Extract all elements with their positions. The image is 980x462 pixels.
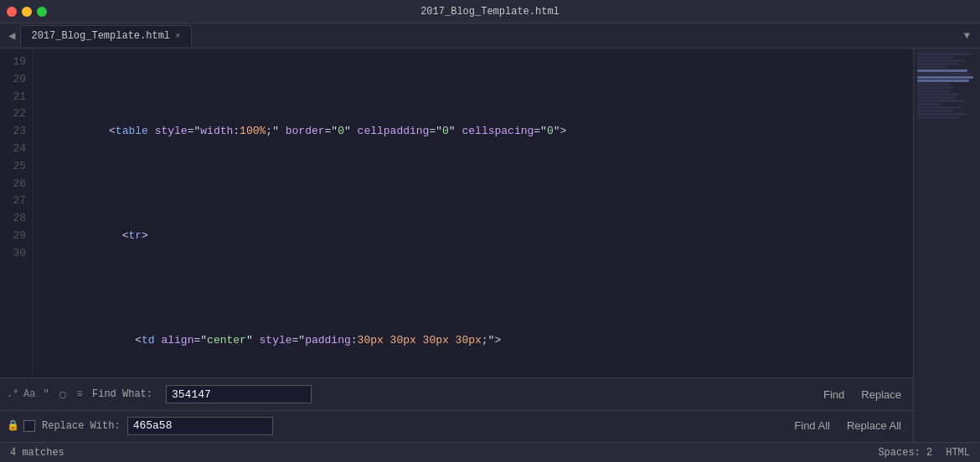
find-icon-group: .* Aa " ▢ ≡ [7, 388, 85, 401]
line-num-23: 23 [10, 123, 26, 141]
line-num-22: 22 [10, 105, 26, 123]
find-button[interactable]: Find [818, 387, 849, 403]
find-input[interactable] [166, 385, 312, 403]
minimap-line [917, 113, 967, 116]
code-content[interactable]: <table style="width:100%;" border="0" ce… [34, 49, 913, 377]
status-bar: 4 matches Spaces: 2 HTML [0, 442, 980, 462]
code-line-21: <td align="center" style="padding:30px 3… [44, 315, 913, 367]
minimize-button[interactable] [22, 7, 32, 17]
replace-label: Replace With: [42, 420, 121, 432]
code-line-19: <table style="width:100%;" border="0" ce… [44, 105, 913, 157]
minimap-line [917, 100, 965, 102]
minimap-line [917, 59, 965, 62]
minimap-line [917, 90, 950, 92]
find-replace-bar: .* Aa " ▢ ≡ Find What: Find Replace 🔒 [0, 377, 913, 442]
select-icon[interactable]: ▢ [57, 388, 69, 401]
minimap-line [917, 103, 941, 105]
replace-input[interactable] [127, 417, 273, 435]
minimap-content [914, 49, 980, 123]
line-num-28: 28 [10, 210, 26, 228]
tab-bar: ◀ 2017_Blog_Template.html × ▼ [0, 23, 980, 49]
line-num-29: 29 [10, 228, 26, 245]
title-bar: 2017_Blog_Template.html [0, 0, 980, 23]
lock-icon[interactable]: 🔒 [7, 419, 18, 432]
tab-dropdown[interactable]: ▼ [957, 30, 977, 42]
line-num-21: 21 [10, 89, 26, 106]
minimap-line [917, 96, 956, 99]
tab-label: 2017_Blog_Template.html [31, 30, 170, 42]
line-num-25: 25 [10, 158, 26, 176]
case-icon[interactable]: Aa [23, 388, 35, 400]
minimap-line [917, 116, 959, 119]
line-num-20: 20 [10, 71, 26, 89]
active-tab[interactable]: 2017_Blog_Template.html × [20, 25, 191, 47]
minimap-line [917, 56, 953, 59]
minimap-line [917, 69, 967, 72]
editor-main: 19 20 21 22 23 24 25 26 27 28 29 30 <tab… [0, 49, 913, 442]
traffic-lights [7, 7, 47, 17]
line-num-26: 26 [10, 176, 26, 193]
replace-checkbox[interactable] [23, 420, 35, 432]
code-line-20: <tr> [44, 210, 913, 262]
status-right: Spaces: 2 HTML [878, 447, 970, 459]
match-count: 4 matches [10, 447, 64, 459]
line-numbers: 19 20 21 22 23 24 25 26 27 28 29 30 [0, 49, 34, 377]
replace-all-button[interactable]: Replace All [842, 418, 906, 434]
list-icon[interactable]: ≡ [74, 388, 85, 400]
line-num-27: 27 [10, 192, 26, 210]
editor-area: 19 20 21 22 23 24 25 26 27 28 29 30 <tab… [0, 49, 980, 442]
language-indicator: HTML [946, 447, 970, 459]
replace-row: 🔒 Replace With: Find All Replace All [0, 410, 913, 442]
minimap-line [917, 86, 953, 89]
minimap-line [917, 110, 953, 112]
tab-nav-left[interactable]: ◀ [3, 28, 20, 43]
maximize-button[interactable] [37, 7, 47, 17]
quotes-icon[interactable]: " [40, 388, 52, 400]
minimap-line [917, 76, 973, 79]
close-button[interactable] [7, 7, 17, 17]
find-label: Find What: [92, 388, 159, 400]
minimap-line [917, 106, 962, 109]
minimap-line [917, 80, 969, 82]
find-all-button[interactable]: Find All [789, 418, 835, 434]
line-num-19: 19 [10, 54, 26, 71]
minimap-line [917, 66, 947, 69]
line-num-24: 24 [10, 141, 26, 158]
minimap-line [917, 93, 959, 95]
find-row: .* Aa " ▢ ≡ Find What: Find Replace [0, 378, 913, 410]
minimap-line [917, 53, 971, 55]
regex-icon[interactable]: .* [7, 388, 18, 400]
minimap-line [917, 63, 959, 65]
spaces-indicator: Spaces: 2 [878, 447, 932, 459]
line-num-30: 30 [10, 245, 26, 263]
replace-button[interactable]: Replace [856, 387, 906, 403]
code-area: 19 20 21 22 23 24 25 26 27 28 29 30 <tab… [0, 49, 913, 377]
tab-close-button[interactable]: × [175, 31, 181, 41]
find-buttons: Find Replace [818, 387, 906, 403]
minimap [913, 49, 980, 442]
minimap-line [917, 83, 950, 85]
replace-icon-group: 🔒 [7, 419, 35, 432]
window-title: 2017_Blog_Template.html [420, 6, 560, 18]
replace-buttons: Find All Replace All [789, 418, 906, 434]
minimap-line [917, 73, 971, 75]
